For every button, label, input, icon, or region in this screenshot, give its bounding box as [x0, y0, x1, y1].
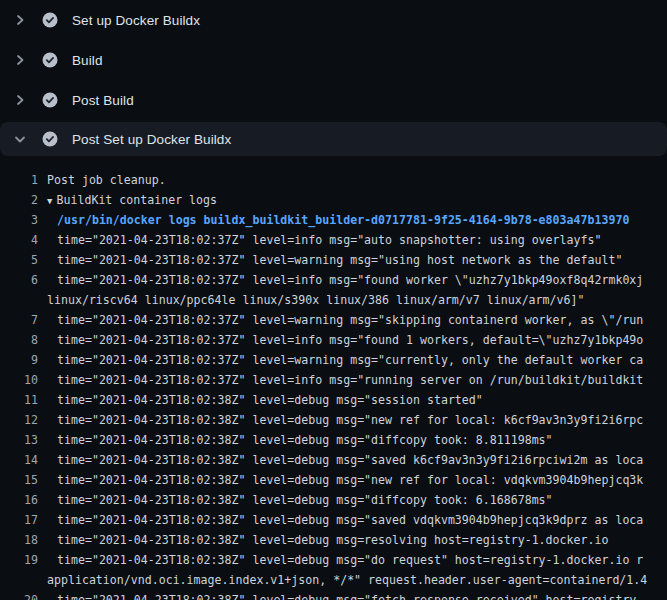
- log-line-continuation: application/vnd.oci.image.index.v1+json,…: [0, 570, 667, 590]
- chevron-right-icon: [12, 92, 28, 108]
- log-text: time="2021-04-23T18:02:37Z" level=warnin…: [57, 310, 643, 330]
- log-text: time="2021-04-23T18:02:38Z" level=debug …: [57, 470, 643, 490]
- check-circle-icon: [42, 131, 58, 147]
- log-line: 17time="2021-04-23T18:02:38Z" level=debu…: [0, 510, 667, 530]
- log-text: time="2021-04-23T18:02:37Z" level=warnin…: [57, 250, 622, 270]
- log-line: 14time="2021-04-23T18:02:38Z" level=debu…: [0, 450, 667, 470]
- log-text: time="2021-04-23T18:02:38Z" level=debug …: [57, 410, 643, 430]
- line-number[interactable]: 10: [0, 370, 38, 390]
- log-line: 11time="2021-04-23T18:02:38Z" level=debu…: [0, 390, 667, 410]
- log-line: 19time="2021-04-23T18:02:38Z" level=debu…: [0, 550, 667, 570]
- log-line: 1Post job cleanup.: [0, 170, 667, 190]
- line-number[interactable]: 19: [0, 550, 38, 570]
- line-number: [0, 290, 38, 310]
- log-text: time="2021-04-23T18:02:37Z" level=warnin…: [57, 350, 643, 370]
- step-title: Post Set up Docker Buildx: [72, 132, 231, 147]
- line-number[interactable]: 11: [0, 390, 38, 410]
- log-text: application/vnd.oci.image.index.v1+json,…: [47, 570, 647, 590]
- log-command-text: /usr/bin/docker logs buildx_buildkit_bui…: [57, 210, 629, 230]
- step-title: Set up Docker Buildx: [72, 13, 200, 28]
- log-text: time="2021-04-23T18:02:38Z" level=debug …: [57, 590, 643, 600]
- line-number[interactable]: 5: [0, 250, 38, 270]
- line-number[interactable]: 8: [0, 330, 38, 350]
- line-number[interactable]: 2: [0, 190, 38, 210]
- log-area: 1Post job cleanup.2▼BuildKit container l…: [0, 156, 667, 600]
- log-line: 2▼BuildKit container logs: [0, 190, 667, 210]
- line-number[interactable]: 9: [0, 350, 38, 370]
- line-number[interactable]: 6: [0, 270, 38, 290]
- line-number[interactable]: 14: [0, 450, 38, 470]
- chevron-right-icon: [12, 52, 28, 68]
- log-line: 4time="2021-04-23T18:02:37Z" level=info …: [0, 230, 667, 250]
- log-group-toggle[interactable]: ▼BuildKit container logs: [47, 190, 217, 210]
- log-text: time="2021-04-23T18:02:37Z" level=info m…: [57, 370, 643, 390]
- check-circle-icon: [42, 52, 58, 68]
- steps-list: Set up Docker BuildxBuildPost BuildPost …: [0, 0, 667, 156]
- chevron-right-icon: [12, 12, 28, 28]
- log-line: 20time="2021-04-23T18:02:38Z" level=debu…: [0, 590, 667, 600]
- log-line: 8time="2021-04-23T18:02:37Z" level=info …: [0, 330, 667, 350]
- log-line: 18time="2021-04-23T18:02:38Z" level=debu…: [0, 530, 667, 550]
- line-number[interactable]: 17: [0, 510, 38, 530]
- check-circle-icon: [42, 12, 58, 28]
- line-number[interactable]: 3: [0, 210, 38, 230]
- line-number[interactable]: 4: [0, 230, 38, 250]
- chevron-down-icon: [12, 131, 28, 147]
- log-text: time="2021-04-23T18:02:37Z" level=info m…: [57, 330, 643, 350]
- log-text: time="2021-04-23T18:02:38Z" level=debug …: [57, 390, 483, 410]
- log-text: time="2021-04-23T18:02:38Z" level=debug …: [57, 550, 643, 570]
- log-line-continuation: linux/riscv64 linux/ppc64le linux/s390x …: [0, 290, 667, 310]
- step-header-set-up-docker-buildx[interactable]: Set up Docker Buildx: [0, 0, 667, 40]
- log-text: time="2021-04-23T18:02:37Z" level=info m…: [57, 270, 643, 290]
- log-line: 10time="2021-04-23T18:02:37Z" level=info…: [0, 370, 667, 390]
- log-line: 6time="2021-04-23T18:02:37Z" level=info …: [0, 270, 667, 290]
- log-line: 5time="2021-04-23T18:02:37Z" level=warni…: [0, 250, 667, 270]
- line-number[interactable]: 12: [0, 410, 38, 430]
- line-number[interactable]: 1: [0, 170, 38, 190]
- line-number[interactable]: 7: [0, 310, 38, 330]
- log-text: Post job cleanup.: [47, 170, 166, 190]
- step-title: Post Build: [72, 93, 134, 108]
- line-number[interactable]: 13: [0, 430, 38, 450]
- line-number[interactable]: 20: [0, 590, 38, 600]
- step-title: Build: [72, 53, 103, 68]
- log-text: time="2021-04-23T18:02:38Z" level=debug …: [57, 450, 643, 470]
- group-expanded-triangle-icon: ▼: [47, 191, 57, 211]
- step-header-build[interactable]: Build: [0, 40, 667, 80]
- log-line: 15time="2021-04-23T18:02:38Z" level=debu…: [0, 470, 667, 490]
- log-line: 13time="2021-04-23T18:02:38Z" level=debu…: [0, 430, 667, 450]
- log-group-label: BuildKit container logs: [57, 193, 218, 207]
- log-text: time="2021-04-23T18:02:37Z" level=info m…: [57, 230, 601, 250]
- log-line: 3/usr/bin/docker logs buildx_buildkit_bu…: [0, 210, 667, 230]
- log-text: linux/riscv64 linux/ppc64le linux/s390x …: [47, 290, 584, 310]
- step-header-post-build[interactable]: Post Build: [0, 80, 667, 120]
- line-number[interactable]: 16: [0, 490, 38, 510]
- log-line: 9time="2021-04-23T18:02:37Z" level=warni…: [0, 350, 667, 370]
- log-text: time="2021-04-23T18:02:38Z" level=debug …: [57, 510, 643, 530]
- log-text: time="2021-04-23T18:02:38Z" level=debug …: [57, 490, 553, 510]
- line-number[interactable]: 18: [0, 530, 38, 550]
- check-circle-icon: [42, 92, 58, 108]
- log-line: 12time="2021-04-23T18:02:38Z" level=debu…: [0, 410, 667, 430]
- log-line: 7time="2021-04-23T18:02:37Z" level=warni…: [0, 310, 667, 330]
- log-line: 16time="2021-04-23T18:02:38Z" level=debu…: [0, 490, 667, 510]
- line-number: [0, 570, 38, 590]
- step-header-post-set-up-docker-buildx[interactable]: Post Set up Docker Buildx: [0, 122, 667, 156]
- line-number[interactable]: 15: [0, 470, 38, 490]
- log-text: time="2021-04-23T18:02:38Z" level=debug …: [57, 530, 608, 550]
- log-text: time="2021-04-23T18:02:38Z" level=debug …: [57, 430, 553, 450]
